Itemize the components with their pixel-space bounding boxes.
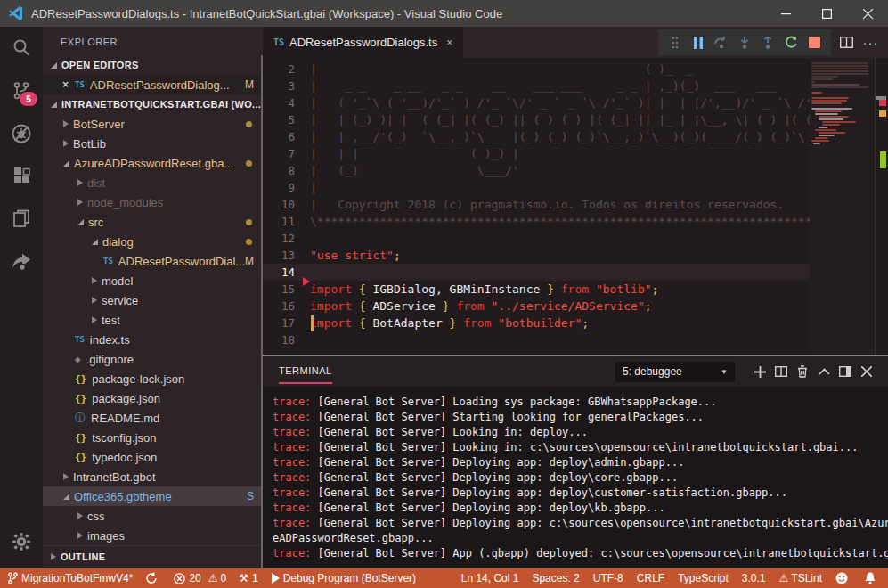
ts-version-item[interactable]: 3.0.1	[742, 572, 766, 584]
tree-folder-test[interactable]: test	[43, 310, 263, 330]
tree-item-label: model	[102, 274, 133, 288]
eol-item[interactable]: CRLF	[637, 572, 664, 584]
maximize-button[interactable]	[806, 0, 847, 27]
code-line-7[interactable]: 7| | | ( )_) | |	[263, 145, 810, 162]
tree-folder-src[interactable]: src	[43, 212, 263, 232]
tab-close-icon[interactable]: ×	[446, 37, 452, 49]
tools-icon: ⚒	[239, 572, 248, 584]
editor-actions: ···	[835, 27, 883, 58]
outline-section-header[interactable]: OUTLINE	[43, 545, 263, 568]
tree-item-label: css	[87, 510, 105, 523]
notifications-bell-icon[interactable]	[865, 572, 879, 584]
code-line-9[interactable]: 9| |	[263, 179, 810, 196]
chevron-collapsed-icon	[92, 316, 97, 323]
tasks-item[interactable]: ⚒ 1	[239, 572, 257, 584]
code-line-3[interactable]: 3| _ _ _ __ _ _ __ ___ ___ _ _ | ,_)(_) …	[263, 78, 810, 94]
move-panel-icon[interactable]	[835, 361, 856, 382]
code-line-5[interactable]: 5| | (_) )| | ( (_| |( (_) || ( ) ( ) |(…	[263, 111, 810, 128]
code-line-13[interactable]: 13"use strict";	[263, 247, 810, 264]
tree-folder-node-modules[interactable]: node_modules	[43, 192, 263, 212]
settings-gear-icon[interactable]	[0, 520, 43, 563]
tree-file-typedoc-json[interactable]: {}typedoc.json	[43, 447, 263, 467]
stop-button[interactable]	[802, 31, 826, 54]
minimap-line	[813, 143, 820, 144]
split-editor-icon[interactable]	[835, 31, 859, 54]
code-line-8[interactable]: 8| (_) \___/' |	[263, 162, 810, 179]
search-icon[interactable]	[0, 27, 43, 69]
debug-icon[interactable]	[0, 112, 43, 155]
share-export-icon[interactable]	[0, 241, 43, 283]
code-line-12[interactable]: 12	[263, 230, 810, 247]
tree-folder-dialog[interactable]: dialog	[43, 232, 263, 251]
split-terminal-icon[interactable]	[770, 361, 792, 382]
code-line-17[interactable]: 17import { BotAdapter } from "botbuilder…	[263, 314, 810, 331]
git-branch-item[interactable]: MigrationToBotFmwV4*	[8, 572, 133, 584]
debug-drag-handle[interactable]	[664, 31, 687, 54]
sync-item[interactable]	[145, 572, 161, 584]
step-out-button[interactable]	[756, 31, 779, 54]
tree-file-package-lock-json[interactable]: {}package-lock.json	[43, 369, 263, 388]
tree-folder-model[interactable]: model	[43, 271, 263, 290]
tree-folder-css[interactable]: css	[43, 506, 263, 526]
tree-file-readme-md[interactable]: ⓘREADME.md	[43, 408, 263, 428]
code-line-16[interactable]: 16import { ADService } from "../service/…	[263, 298, 810, 314]
cursor-position-item[interactable]: Ln 14, Col 1	[461, 572, 519, 584]
code-line-15[interactable]: 15import { IGBDialog, GBMinInstance } fr…	[263, 281, 810, 298]
maximize-panel-icon[interactable]	[813, 361, 835, 382]
minimap[interactable]	[810, 58, 876, 355]
extensions-icon[interactable]	[0, 155, 43, 198]
source-control-icon[interactable]: 5	[0, 69, 43, 112]
code-line-14[interactable]: 14	[263, 264, 888, 281]
close-panel-icon[interactable]	[856, 361, 877, 382]
tree-folder-botlib[interactable]: BotLib	[43, 134, 263, 153]
new-terminal-icon[interactable]	[749, 361, 770, 382]
code-line-2[interactable]: 2| ( )_ _ |	[263, 61, 810, 78]
feedback-smiley-icon[interactable]	[835, 572, 851, 584]
workspace-section-header[interactable]: INTRANETBOTQUICKSTART.GBAI (WO...	[43, 94, 263, 114]
open-editor-item[interactable]: × TS ADResetPasswordDialog... M	[43, 75, 263, 94]
tree-file-index-ts[interactable]: TSindex.ts	[43, 330, 263, 349]
language-mode-item[interactable]: TypeScript	[678, 572, 729, 584]
tree-folder-intranetbot-gbot[interactable]: IntranetBot.gbot	[43, 467, 263, 486]
tree-file--gitignore[interactable]: ◈.gitignore	[43, 349, 263, 369]
tree-item-label: service	[102, 294, 138, 307]
encoding-item[interactable]: UTF-8	[593, 572, 623, 584]
more-actions-icon[interactable]: ···	[859, 31, 883, 54]
tree-folder-office365-gbtheme[interactable]: Office365.gbthemeS	[43, 486, 263, 506]
problems-item[interactable]: 20 ⚠ 0	[174, 572, 226, 584]
code-line-18[interactable]: 18	[263, 331, 810, 348]
tree-folder-botserver[interactable]: BotServer	[43, 114, 263, 134]
tree-folder-service[interactable]: service	[43, 290, 263, 310]
tab-terminal[interactable]: TERMINAL	[279, 365, 332, 378]
minimize-button[interactable]	[765, 0, 806, 27]
tree-file-tsconfig-json[interactable]: {}tsconfig.json	[43, 428, 263, 447]
minimap-line	[811, 92, 822, 94]
git-modified-badge: M	[245, 78, 254, 91]
tab-adresetpassworddialogs[interactable]: TS ADResetPasswordDialogs.ts ×	[263, 27, 463, 58]
close-button[interactable]	[847, 0, 888, 27]
code-line-6[interactable]: 6| | ,__/'(_) `\__,_)`\__ |(_) (_) (_)`\…	[263, 128, 810, 145]
indentation-item[interactable]: Spaces: 2	[532, 572, 579, 584]
tree-folder-azureadpasswordreset-gba-[interactable]: AzureADPasswordReset.gba...	[43, 153, 263, 173]
tree-file-package-json[interactable]: {}package.json	[43, 388, 263, 408]
code-line-11[interactable]: 11\*************************************…	[263, 213, 810, 230]
tree-file-adresetpassworddial-[interactable]: TSADResetPasswordDial...M	[43, 251, 263, 271]
pause-button[interactable]	[687, 31, 710, 54]
kill-terminal-icon[interactable]	[792, 361, 813, 382]
tree-folder-images[interactable]: images	[43, 526, 263, 545]
tslint-item[interactable]: ⚠TSLint	[779, 572, 822, 584]
step-into-button[interactable]	[733, 31, 756, 54]
terminal-output[interactable]: trace: [General Bot Server] Loading sys …	[263, 387, 888, 561]
overview-ruler[interactable]	[875, 58, 888, 355]
step-over-button[interactable]	[710, 31, 733, 54]
close-editor-icon[interactable]: ×	[62, 78, 69, 91]
code-line-4[interactable]: 4| ( '_`\ ( '__)/'_` ) /'_ `\/' _ ` _ `\…	[263, 94, 810, 111]
debug-launch-item[interactable]: Debug Program (BotServer)	[271, 572, 416, 584]
code-line-10[interactable]: 10| Copyright 2018 (c) pragmatismo.io. T…	[263, 196, 810, 213]
open-editors-header[interactable]: OPEN EDITORS	[43, 55, 263, 75]
code-editor[interactable]: 2| ( )_ _ |3| _ _ _ __ _ _ __ ___ ___ _ …	[263, 58, 888, 355]
docs-pages-icon[interactable]	[0, 198, 43, 241]
restart-button[interactable]	[779, 31, 802, 54]
terminal-instance-select[interactable]: 5: debuggee ▼	[615, 362, 735, 382]
tree-folder-dist[interactable]: dist	[43, 173, 263, 192]
